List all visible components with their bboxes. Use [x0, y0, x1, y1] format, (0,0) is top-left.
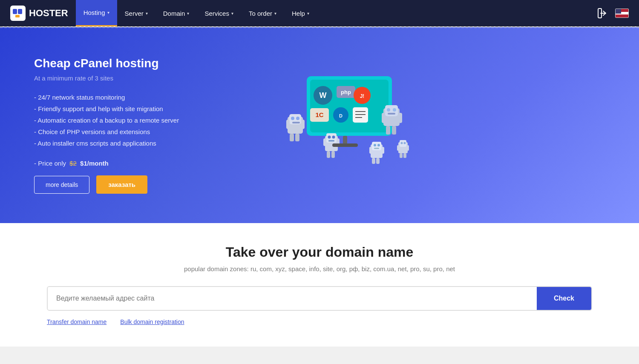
feature-4: - Choice of PHP versions and extensions	[34, 128, 256, 135]
nav-item-server[interactable]: Server ▾	[117, 0, 155, 26]
logo-icon	[10, 6, 26, 21]
svg-rect-54	[372, 158, 375, 164]
domain-check-button[interactable]: Check	[537, 287, 591, 310]
svg-rect-63	[403, 153, 406, 158]
order-button[interactable]: заказать	[96, 175, 147, 194]
svg-rect-1	[18, 9, 22, 14]
chevron-down-icon: ▾	[231, 11, 233, 16]
svg-rect-60	[397, 145, 399, 151]
chevron-down-icon: ▾	[307, 11, 309, 16]
svg-rect-0	[13, 9, 17, 14]
more-details-button[interactable]: more details	[34, 176, 89, 194]
hero-features: - 24/7 network status monitoring - Frien…	[34, 94, 256, 147]
nav-item-toorder[interactable]: To order ▾	[241, 0, 284, 26]
logo[interactable]: HOSTER	[10, 6, 68, 21]
hero-title: Cheap cPanel hosting	[34, 57, 256, 70]
feature-2: - Friendly support and help with site mi…	[34, 105, 256, 112]
svg-point-58	[401, 142, 403, 144]
logo-text: HOSTER	[29, 8, 68, 19]
svg-rect-43	[382, 113, 385, 123]
feature-3: - Automatic creation of a backup to a re…	[34, 117, 256, 124]
hero-subtitle: At a minimum rate of 3 sites	[34, 75, 256, 82]
chevron-down-icon: ▾	[146, 11, 148, 16]
svg-rect-37	[331, 151, 335, 158]
svg-rect-61	[407, 145, 409, 151]
svg-point-32	[332, 136, 335, 139]
navbar: HOSTER Hosting ▾ Server ▾ Domain ▾ Servi…	[0, 0, 639, 26]
login-button[interactable]	[597, 8, 608, 19]
svg-text:J!: J!	[360, 93, 365, 99]
svg-point-41	[393, 108, 396, 112]
hero-illustration: W php J! 1C D	[256, 63, 426, 187]
domain-subtitle: popular domain zones: ru, com, xyz, spac…	[34, 265, 605, 272]
svg-rect-28	[295, 134, 299, 141]
svg-rect-46	[392, 126, 396, 135]
svg-point-22	[291, 117, 294, 120]
svg-rect-55	[376, 158, 380, 164]
nav-right	[597, 8, 629, 19]
svg-rect-62	[400, 153, 403, 158]
svg-rect-25	[286, 120, 290, 129]
svg-rect-2	[15, 15, 20, 17]
domain-title: Take over your domain name	[34, 244, 605, 260]
robot-scene-svg: W php J! 1C D	[260, 63, 422, 187]
svg-point-49	[374, 144, 376, 146]
nav-item-domain[interactable]: Domain ▾	[155, 0, 197, 26]
hero-section: Cheap cPanel hosting At a minimum rate o…	[0, 27, 639, 223]
domain-links: Transfer domain name Bulk domain registr…	[47, 318, 592, 325]
svg-text:1C: 1C	[315, 111, 323, 118]
svg-point-23	[296, 117, 299, 120]
feature-5: - Auto installer cms scripts and applica…	[34, 140, 256, 147]
hero-buttons: more details заказать	[34, 175, 256, 194]
svg-rect-33	[328, 140, 334, 142]
svg-text:php: php	[341, 89, 351, 95]
svg-rect-26	[301, 120, 305, 129]
svg-rect-53	[382, 147, 384, 154]
chevron-down-icon: ▾	[107, 10, 109, 15]
svg-rect-64	[343, 136, 347, 144]
feature-1: - 24/7 network status monitoring	[34, 94, 256, 101]
svg-rect-39	[385, 105, 398, 116]
chevron-down-icon: ▾	[187, 11, 189, 16]
svg-rect-44	[399, 113, 402, 123]
hero-price: - Price only $2 $1/month	[34, 160, 256, 167]
domain-section: Take over your domain name popular domai…	[0, 223, 639, 347]
svg-point-59	[404, 142, 406, 144]
svg-text:D: D	[339, 113, 343, 118]
svg-text:W: W	[320, 91, 327, 100]
transfer-domain-link[interactable]: Transfer domain name	[47, 318, 106, 325]
new-price: $1/month	[80, 160, 109, 167]
svg-point-40	[387, 108, 390, 112]
nav-item-help[interactable]: Help ▾	[284, 0, 317, 26]
svg-rect-51	[374, 148, 379, 149]
old-price: $2	[69, 160, 77, 167]
nav-item-services[interactable]: Services ▾	[197, 0, 241, 26]
domain-search-bar: Check	[47, 286, 592, 311]
svg-rect-45	[386, 126, 390, 135]
nav-links: Hosting ▾ Server ▾ Domain ▾ Services ▾ T…	[76, 0, 597, 26]
domain-search-input[interactable]	[48, 287, 537, 310]
svg-point-31	[328, 136, 331, 139]
svg-rect-34	[323, 138, 326, 146]
svg-rect-42	[388, 113, 395, 115]
svg-rect-52	[369, 147, 372, 154]
hero-content: Cheap cPanel hosting At a minimum rate o…	[34, 57, 256, 194]
svg-rect-24	[292, 122, 300, 123]
chevron-down-icon: ▾	[274, 11, 276, 16]
nav-item-hosting[interactable]: Hosting ▾	[76, 0, 117, 26]
svg-rect-65	[332, 143, 358, 147]
bulk-registration-link[interactable]: Bulk domain registration	[120, 318, 184, 325]
language-flag[interactable]	[615, 9, 629, 18]
svg-rect-27	[290, 134, 294, 141]
svg-rect-36	[327, 151, 330, 158]
svg-point-50	[377, 144, 380, 146]
